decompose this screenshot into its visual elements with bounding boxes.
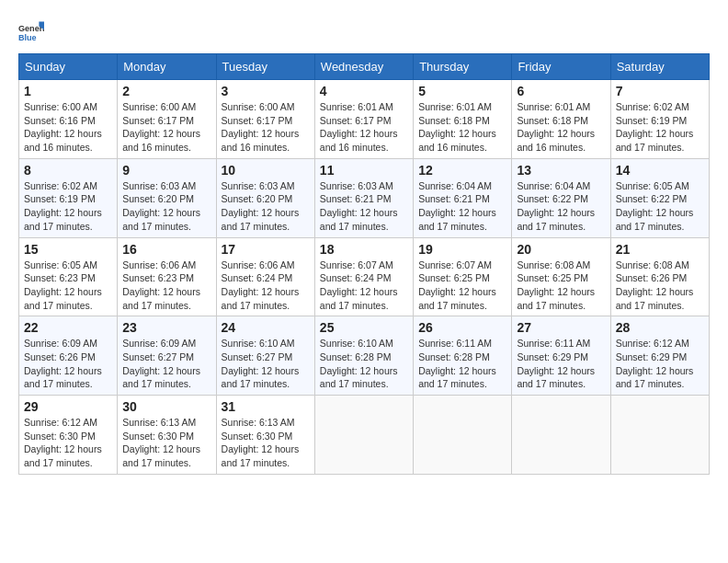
day-info: Sunrise: 6:08 AMSunset: 6:26 PMDaylight:… bbox=[616, 259, 704, 313]
day-info: Sunrise: 6:07 AMSunset: 6:24 PMDaylight:… bbox=[320, 259, 408, 313]
day-number: 13 bbox=[517, 163, 605, 178]
day-info: Sunrise: 6:03 AMSunset: 6:20 PMDaylight:… bbox=[222, 179, 310, 234]
calendar-cell: 26 Sunrise: 6:11 AMSunset: 6:28 PMDaylig… bbox=[414, 316, 512, 396]
day-number: 22 bbox=[24, 320, 112, 335]
day-number: 27 bbox=[517, 320, 605, 335]
day-info: Sunrise: 6:02 AMSunset: 6:19 PMDaylight:… bbox=[24, 179, 112, 234]
calendar-cell: 7 Sunrise: 6:02 AMSunset: 6:19 PMDayligh… bbox=[610, 80, 709, 159]
day-info: Sunrise: 6:03 AMSunset: 6:21 PMDaylight:… bbox=[320, 179, 408, 234]
day-number: 18 bbox=[320, 242, 408, 257]
day-info: Sunrise: 6:06 AMSunset: 6:23 PMDaylight:… bbox=[122, 259, 210, 313]
day-info: Sunrise: 6:07 AMSunset: 6:25 PMDaylight:… bbox=[418, 259, 506, 313]
day-number: 8 bbox=[24, 163, 112, 178]
calendar-cell: 22 Sunrise: 6:09 AMSunset: 6:26 PMDaylig… bbox=[19, 316, 118, 396]
day-info: Sunrise: 6:02 AMSunset: 6:19 PMDaylight:… bbox=[616, 100, 704, 155]
day-number: 2 bbox=[122, 84, 210, 98]
day-number: 6 bbox=[517, 84, 605, 98]
calendar-cell: 12 Sunrise: 6:04 AMSunset: 6:21 PMDaylig… bbox=[414, 158, 512, 237]
calendar-cell: 24 Sunrise: 6:10 AMSunset: 6:27 PMDaylig… bbox=[216, 316, 314, 396]
col-header-monday: Monday bbox=[118, 54, 216, 80]
calendar-cell bbox=[414, 396, 512, 475]
day-number: 21 bbox=[616, 242, 704, 257]
col-header-saturday: Saturday bbox=[610, 54, 709, 80]
day-number: 16 bbox=[122, 242, 210, 257]
col-header-friday: Friday bbox=[512, 54, 610, 80]
day-info: Sunrise: 6:09 AMSunset: 6:27 PMDaylight:… bbox=[122, 337, 210, 391]
calendar-cell: 11 Sunrise: 6:03 AMSunset: 6:21 PMDaylig… bbox=[314, 158, 413, 237]
day-number: 25 bbox=[320, 320, 408, 335]
day-info: Sunrise: 6:04 AMSunset: 6:22 PMDaylight:… bbox=[517, 179, 605, 234]
day-number: 23 bbox=[122, 320, 210, 335]
day-info: Sunrise: 6:03 AMSunset: 6:20 PMDaylight:… bbox=[122, 179, 210, 234]
day-info: Sunrise: 6:00 AMSunset: 6:16 PMDaylight:… bbox=[24, 100, 112, 155]
calendar-cell bbox=[610, 396, 709, 475]
day-number: 24 bbox=[222, 320, 310, 335]
day-number: 17 bbox=[222, 242, 310, 257]
day-info: Sunrise: 6:06 AMSunset: 6:24 PMDaylight:… bbox=[222, 259, 310, 313]
calendar-cell: 29 Sunrise: 6:12 AMSunset: 6:30 PMDaylig… bbox=[19, 396, 118, 475]
day-number: 26 bbox=[418, 320, 506, 335]
day-info: Sunrise: 6:00 AMSunset: 6:17 PMDaylight:… bbox=[122, 100, 210, 155]
calendar-cell: 1 Sunrise: 6:00 AMSunset: 6:16 PMDayligh… bbox=[19, 80, 118, 159]
calendar-cell: 30 Sunrise: 6:13 AMSunset: 6:30 PMDaylig… bbox=[118, 396, 216, 475]
calendar-cell: 16 Sunrise: 6:06 AMSunset: 6:23 PMDaylig… bbox=[118, 237, 216, 316]
calendar-week-3: 15 Sunrise: 6:05 AMSunset: 6:23 PMDaylig… bbox=[19, 237, 710, 316]
calendar-cell: 31 Sunrise: 6:13 AMSunset: 6:30 PMDaylig… bbox=[216, 396, 314, 475]
calendar-cell: 14 Sunrise: 6:05 AMSunset: 6:22 PMDaylig… bbox=[610, 158, 709, 237]
calendar-week-4: 22 Sunrise: 6:09 AMSunset: 6:26 PMDaylig… bbox=[19, 316, 710, 396]
calendar-cell: 27 Sunrise: 6:11 AMSunset: 6:29 PMDaylig… bbox=[512, 316, 610, 396]
day-info: Sunrise: 6:05 AMSunset: 6:23 PMDaylight:… bbox=[24, 259, 112, 313]
calendar-week-1: 1 Sunrise: 6:00 AMSunset: 6:16 PMDayligh… bbox=[19, 80, 710, 159]
day-number: 10 bbox=[222, 163, 310, 178]
day-info: Sunrise: 6:13 AMSunset: 6:30 PMDaylight:… bbox=[122, 416, 210, 470]
calendar-cell: 18 Sunrise: 6:07 AMSunset: 6:24 PMDaylig… bbox=[314, 237, 413, 316]
calendar-cell: 23 Sunrise: 6:09 AMSunset: 6:27 PMDaylig… bbox=[118, 316, 216, 396]
calendar-cell: 4 Sunrise: 6:01 AMSunset: 6:17 PMDayligh… bbox=[314, 80, 413, 159]
calendar-cell: 21 Sunrise: 6:08 AMSunset: 6:26 PMDaylig… bbox=[610, 237, 709, 316]
day-number: 19 bbox=[418, 242, 506, 257]
svg-text:Blue: Blue bbox=[18, 33, 37, 42]
day-number: 14 bbox=[616, 163, 704, 178]
col-header-wednesday: Wednesday bbox=[314, 54, 413, 80]
day-number: 31 bbox=[222, 399, 310, 414]
col-header-sunday: Sunday bbox=[19, 54, 118, 80]
day-info: Sunrise: 6:09 AMSunset: 6:26 PMDaylight:… bbox=[24, 337, 112, 391]
col-header-tuesday: Tuesday bbox=[216, 54, 314, 80]
day-info: Sunrise: 6:11 AMSunset: 6:29 PMDaylight:… bbox=[517, 337, 605, 391]
calendar-cell: 5 Sunrise: 6:01 AMSunset: 6:18 PMDayligh… bbox=[414, 80, 512, 159]
calendar-cell: 15 Sunrise: 6:05 AMSunset: 6:23 PMDaylig… bbox=[19, 237, 118, 316]
day-number: 30 bbox=[122, 399, 210, 414]
day-info: Sunrise: 6:01 AMSunset: 6:18 PMDaylight:… bbox=[418, 100, 506, 155]
day-info: Sunrise: 6:11 AMSunset: 6:28 PMDaylight:… bbox=[418, 337, 506, 391]
day-number: 29 bbox=[24, 399, 112, 414]
day-number: 20 bbox=[517, 242, 605, 257]
day-info: Sunrise: 6:10 AMSunset: 6:27 PMDaylight:… bbox=[222, 337, 310, 391]
day-number: 1 bbox=[24, 84, 112, 98]
day-info: Sunrise: 6:12 AMSunset: 6:29 PMDaylight:… bbox=[616, 337, 704, 391]
day-number: 4 bbox=[320, 84, 408, 98]
day-info: Sunrise: 6:05 AMSunset: 6:22 PMDaylight:… bbox=[616, 179, 704, 234]
day-number: 15 bbox=[24, 242, 112, 257]
calendar-cell bbox=[314, 396, 413, 475]
calendar-cell: 25 Sunrise: 6:10 AMSunset: 6:28 PMDaylig… bbox=[314, 316, 413, 396]
calendar-cell: 3 Sunrise: 6:00 AMSunset: 6:17 PMDayligh… bbox=[216, 80, 314, 159]
day-number: 11 bbox=[320, 163, 408, 178]
day-number: 12 bbox=[418, 163, 506, 178]
day-info: Sunrise: 6:12 AMSunset: 6:30 PMDaylight:… bbox=[24, 416, 112, 470]
page-header: General Blue bbox=[18, 18, 710, 44]
calendar-week-5: 29 Sunrise: 6:12 AMSunset: 6:30 PMDaylig… bbox=[19, 396, 710, 475]
day-number: 9 bbox=[122, 163, 210, 178]
calendar-week-2: 8 Sunrise: 6:02 AMSunset: 6:19 PMDayligh… bbox=[19, 158, 710, 237]
day-info: Sunrise: 6:04 AMSunset: 6:21 PMDaylight:… bbox=[418, 179, 506, 234]
logo: General Blue bbox=[18, 18, 44, 44]
calendar-cell: 20 Sunrise: 6:08 AMSunset: 6:25 PMDaylig… bbox=[512, 237, 610, 316]
day-info: Sunrise: 6:10 AMSunset: 6:28 PMDaylight:… bbox=[320, 337, 408, 391]
day-number: 3 bbox=[222, 84, 310, 98]
day-info: Sunrise: 6:13 AMSunset: 6:30 PMDaylight:… bbox=[222, 416, 310, 470]
calendar-cell: 28 Sunrise: 6:12 AMSunset: 6:29 PMDaylig… bbox=[610, 316, 709, 396]
day-info: Sunrise: 6:01 AMSunset: 6:18 PMDaylight:… bbox=[517, 100, 605, 155]
day-number: 7 bbox=[616, 84, 704, 98]
calendar-cell: 9 Sunrise: 6:03 AMSunset: 6:20 PMDayligh… bbox=[118, 158, 216, 237]
calendar-table: SundayMondayTuesdayWednesdayThursdayFrid… bbox=[18, 53, 710, 475]
day-number: 28 bbox=[616, 320, 704, 335]
